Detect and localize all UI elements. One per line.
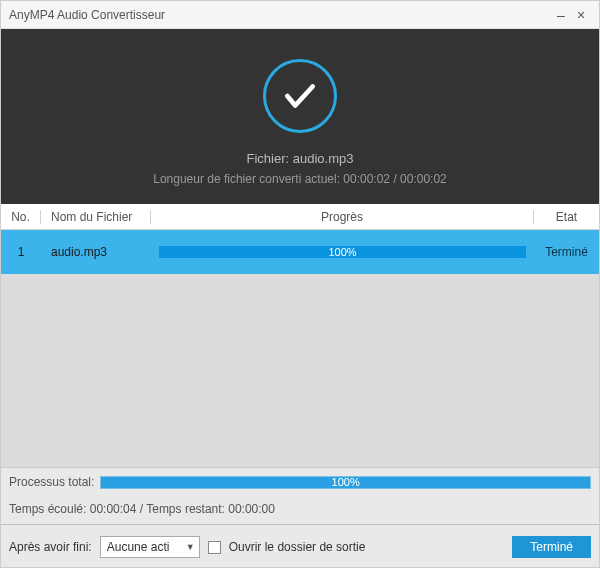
column-state: Etat — [534, 210, 599, 224]
row-filename: audio.mp3 — [41, 245, 151, 259]
after-finish-value: Aucune acti — [107, 540, 170, 554]
success-check-icon — [263, 59, 337, 133]
action-row: Après avoir fini: Aucune acti ▼ Ouvrir l… — [1, 527, 599, 567]
done-button[interactable]: Terminé — [512, 536, 591, 558]
divider — [1, 524, 599, 525]
row-progress-bar: 100% — [159, 246, 526, 258]
table-row[interactable]: 1 audio.mp3 100% Terminé — [1, 230, 599, 274]
footer: Processus total: 100% Temps écoulé: 00:0… — [1, 467, 599, 567]
titlebar: AnyMP4 Audio Convertisseur – × — [1, 1, 599, 29]
open-folder-label: Ouvrir le dossier de sortie — [229, 540, 366, 554]
row-no: 1 — [1, 245, 41, 259]
column-no: No. — [1, 210, 41, 224]
row-progress-cell: 100% — [151, 246, 534, 258]
total-progress-label: Processus total: — [9, 475, 94, 489]
close-button[interactable]: × — [571, 7, 591, 23]
total-progress-bar: 100% — [100, 476, 591, 489]
status-header: Fichier: audio.mp3 Longueur de fichier c… — [1, 29, 599, 204]
after-finish-select[interactable]: Aucune acti ▼ — [100, 536, 200, 558]
row-state: Terminé — [534, 245, 599, 259]
column-filename: Nom du Fichier — [41, 210, 151, 224]
app-title: AnyMP4 Audio Convertisseur — [9, 8, 551, 22]
time-line: Temps écoulé: 00:00:04 / Temps restant: … — [1, 496, 599, 522]
total-progress-fill: 100% — [101, 477, 590, 488]
after-finish-label: Après avoir fini: — [9, 540, 92, 554]
total-progress-row: Processus total: 100% — [1, 468, 599, 496]
converted-length-label: Longueur de fichier converti actuel: 00:… — [1, 172, 599, 186]
chevron-down-icon: ▼ — [186, 542, 195, 552]
current-file-label: Fichier: audio.mp3 — [1, 151, 599, 166]
table-body: 1 audio.mp3 100% Terminé — [1, 230, 599, 467]
app-window: AnyMP4 Audio Convertisseur – × Fichier: … — [0, 0, 600, 568]
row-progress-fill: 100% — [159, 246, 526, 258]
table-header: No. Nom du Fichier Progrès Etat — [1, 204, 599, 230]
column-progress: Progrès — [151, 210, 534, 224]
open-folder-checkbox[interactable] — [208, 541, 221, 554]
minimize-button[interactable]: – — [551, 7, 571, 23]
